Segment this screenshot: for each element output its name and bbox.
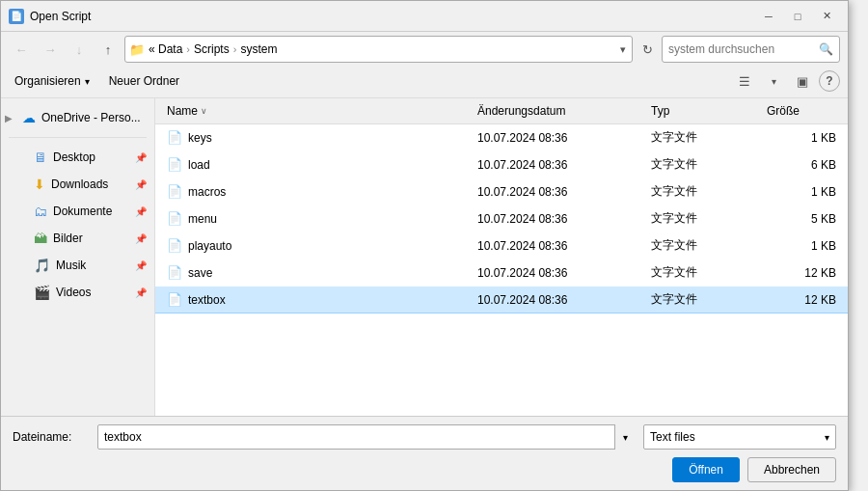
organize-label: Organisieren bbox=[14, 74, 81, 88]
help-button[interactable]: ? bbox=[819, 70, 840, 92]
forward-button[interactable]: → bbox=[38, 37, 63, 62]
up-button[interactable]: ↑ bbox=[95, 37, 121, 62]
search-input[interactable] bbox=[668, 42, 815, 56]
file-row[interactable]: 📄 menu 10.07.2024 08:36 文字文件 5 KB bbox=[155, 205, 848, 232]
dialog-title: Open Script bbox=[30, 10, 755, 23]
dialog-icon: 📄 bbox=[9, 9, 24, 24]
bottom-bar: Dateiname: ▾ Text files ▾ Öffnen Abbrech… bbox=[1, 416, 848, 490]
file-icon: 📄 bbox=[167, 130, 182, 145]
view-dropdown-button[interactable]: ▾ bbox=[761, 68, 786, 94]
sidebar-item-onedrive[interactable]: ▶ ☁ OneDrive - Perso... bbox=[1, 104, 154, 131]
folder-icon: 📁 bbox=[129, 42, 145, 57]
file-size-cell: 12 KB bbox=[763, 293, 840, 307]
file-size-cell: 1 KB bbox=[763, 131, 840, 145]
sidebar-item-desktop[interactable]: 🖥 Desktop 📌 bbox=[1, 144, 154, 171]
path-sep2: › bbox=[233, 43, 237, 55]
close-button[interactable]: ✕ bbox=[813, 7, 840, 26]
maximize-button[interactable]: □ bbox=[784, 7, 811, 26]
address-path: « Data › Scripts › system bbox=[149, 42, 614, 56]
file-row[interactable]: 📄 textbox 10.07.2024 08:36 文字文件 12 KB bbox=[155, 286, 848, 314]
file-type-cell: 文字文件 bbox=[647, 183, 763, 200]
file-modified-cell: 10.07.2024 08:36 bbox=[474, 212, 647, 226]
file-type-cell: 文字文件 bbox=[647, 264, 763, 281]
pin-icon: 📌 bbox=[135, 260, 147, 271]
cancel-button[interactable]: Abbrechen bbox=[747, 457, 836, 482]
file-size-cell: 5 KB bbox=[763, 212, 840, 226]
file-type-cell: 文字文件 bbox=[647, 291, 763, 308]
file-name-cell: 📄 menu bbox=[163, 211, 474, 226]
organize-button[interactable]: Organisieren ▾ bbox=[9, 71, 95, 91]
refresh-button[interactable]: ↻ bbox=[637, 39, 658, 60]
file-icon: 📄 bbox=[167, 292, 182, 307]
file-type-cell: 文字文件 bbox=[647, 237, 763, 254]
music-icon: 🎵 bbox=[34, 258, 50, 273]
sidebar-item-pictures[interactable]: 🏔 Bilder 📌 bbox=[1, 225, 154, 252]
filename-label: Dateiname: bbox=[13, 430, 90, 444]
file-name-cell: 📄 keys bbox=[163, 130, 474, 145]
view-button[interactable]: ☰ bbox=[732, 68, 757, 94]
col-header-modified[interactable]: Änderungsdatum bbox=[474, 98, 647, 123]
col-header-name[interactable]: Name ∨ bbox=[163, 98, 474, 123]
file-size-cell: 1 KB bbox=[763, 239, 840, 253]
main-content: ▶ ☁ OneDrive - Perso... 🖥 Desktop 📌 ⬇ Do… bbox=[1, 98, 848, 416]
title-bar-buttons: ─ □ ✕ bbox=[755, 7, 840, 26]
file-row[interactable]: 📄 load 10.07.2024 08:36 文字文件 6 KB bbox=[155, 151, 848, 178]
down-button[interactable]: ↓ bbox=[67, 37, 92, 62]
sort-icon: ∨ bbox=[201, 106, 207, 116]
file-modified-cell: 10.07.2024 08:36 bbox=[474, 185, 647, 199]
file-name-cell: 📄 save bbox=[163, 265, 474, 280]
path-root: « Data bbox=[149, 42, 182, 56]
sidebar-item-videos[interactable]: 🎬 Videos 📌 bbox=[1, 279, 154, 306]
file-icon: 📄 bbox=[167, 157, 182, 172]
documents-icon: 🗂 bbox=[34, 204, 47, 219]
filetype-dropdown-icon: ▾ bbox=[825, 432, 829, 443]
file-row[interactable]: 📄 macros 10.07.2024 08:36 文字文件 1 KB bbox=[155, 178, 848, 205]
onedrive-section: ▶ ☁ OneDrive - Perso... bbox=[1, 102, 154, 133]
sidebar-item-music[interactable]: 🎵 Musik 📌 bbox=[1, 252, 154, 279]
address-bar[interactable]: 📁 « Data › Scripts › system ▾ bbox=[124, 36, 633, 63]
open-button[interactable]: Öffnen bbox=[672, 457, 740, 482]
filename-dropdown-button[interactable]: ▾ bbox=[614, 424, 636, 450]
col-header-type[interactable]: Typ bbox=[647, 98, 763, 123]
action-row: Öffnen Abbrechen bbox=[13, 457, 836, 482]
pin-icon: 📌 bbox=[135, 179, 147, 190]
expand-arrow-icon: ▶ bbox=[5, 113, 16, 123]
sidebar-divider bbox=[9, 137, 147, 138]
minimize-button[interactable]: ─ bbox=[755, 7, 782, 26]
help-icon: ? bbox=[826, 74, 832, 88]
pin-icon: 📌 bbox=[135, 206, 147, 217]
file-row[interactable]: 📄 playauto 10.07.2024 08:36 文字文件 1 KB bbox=[155, 232, 848, 259]
panel-button[interactable]: ▣ bbox=[790, 68, 815, 94]
file-row[interactable]: 📄 keys 10.07.2024 08:36 文字文件 1 KB bbox=[155, 124, 848, 151]
filename-input[interactable] bbox=[97, 424, 636, 450]
file-size-cell: 1 KB bbox=[763, 185, 840, 199]
file-row[interactable]: 📄 save 10.07.2024 08:36 文字文件 12 KB bbox=[155, 259, 848, 286]
search-icon: 🔍 bbox=[819, 42, 833, 56]
path-folder1: Scripts bbox=[194, 42, 230, 56]
open-script-dialog: 📄 Open Script ─ □ ✕ ← → ↓ ↑ 📁 « Data › S… bbox=[0, 0, 849, 491]
path-folder2: system bbox=[240, 42, 277, 56]
back-button[interactable]: ← bbox=[9, 37, 34, 62]
col-header-size[interactable]: Größe bbox=[763, 98, 840, 123]
pictures-icon: 🏔 bbox=[34, 231, 47, 246]
address-dropdown-button[interactable]: ▾ bbox=[618, 41, 628, 58]
sidebar-pictures-label: Bilder bbox=[53, 232, 129, 245]
sidebar-desktop-label: Desktop bbox=[53, 150, 129, 164]
new-folder-label: Neuer Ordner bbox=[109, 74, 179, 88]
sidebar-item-documents[interactable]: 🗂 Dokumente 📌 bbox=[1, 198, 154, 225]
file-modified-cell: 10.07.2024 08:36 bbox=[474, 293, 647, 307]
desktop-icon: 🖥 bbox=[34, 150, 47, 165]
pin-icon: 📌 bbox=[135, 152, 147, 163]
sidebar: ▶ ☁ OneDrive - Perso... 🖥 Desktop 📌 ⬇ Do… bbox=[1, 98, 155, 416]
videos-icon: 🎬 bbox=[34, 285, 50, 300]
file-list: 📄 keys 10.07.2024 08:36 文字文件 1 KB 📄 load… bbox=[155, 124, 848, 416]
sidebar-documents-label: Dokumente bbox=[53, 205, 129, 218]
file-name: keys bbox=[188, 131, 212, 145]
panel-icon: ▣ bbox=[797, 74, 808, 89]
title-bar: 📄 Open Script ─ □ ✕ bbox=[1, 1, 848, 32]
new-folder-button[interactable]: Neuer Ordner bbox=[103, 71, 185, 91]
sidebar-item-downloads[interactable]: ⬇ Downloads 📌 bbox=[1, 171, 154, 198]
file-icon: 📄 bbox=[167, 184, 182, 199]
file-name-cell: 📄 load bbox=[163, 157, 474, 172]
filetype-select[interactable]: Text files ▾ bbox=[643, 424, 836, 450]
